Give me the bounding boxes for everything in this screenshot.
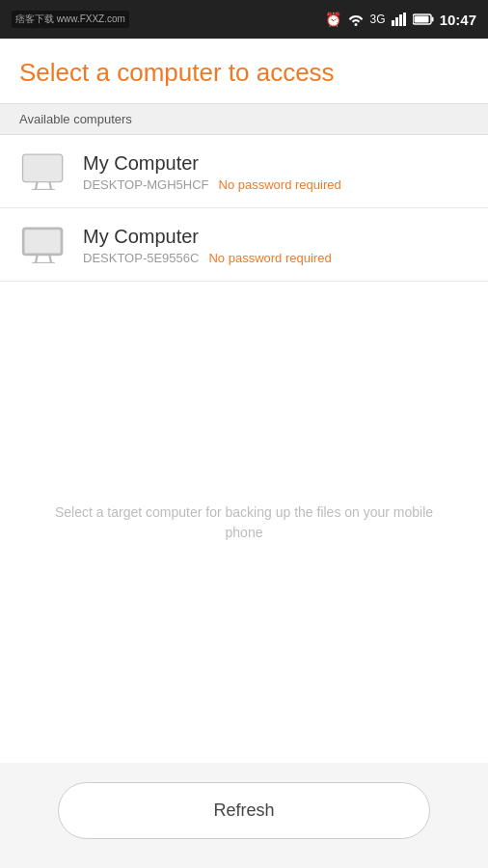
time-display: 10:47 <box>440 12 476 28</box>
bottom-section: Refresh <box>0 763 488 868</box>
no-password-2: No password required <box>208 251 331 265</box>
svg-rect-1 <box>395 17 398 26</box>
computer-host-1: DESKTOP-MGH5HCF <box>83 177 209 192</box>
computer-info-2: My Computer DESKTOP-5E9556C No password … <box>83 224 469 265</box>
svg-rect-2 <box>399 14 402 26</box>
battery-icon <box>413 14 434 25</box>
watermark-text: 痞客下载 www.FXXZ.com <box>12 11 129 28</box>
computer-name-2: My Computer <box>83 224 469 249</box>
computer-icon-1 <box>19 152 68 191</box>
computer-item-2[interactable]: My Computer DESKTOP-5E9556C No password … <box>0 208 488 282</box>
signal-bars-icon <box>392 13 407 26</box>
svg-rect-0 <box>392 20 394 26</box>
section-header: Available computers <box>0 104 488 135</box>
svg-rect-5 <box>431 17 433 22</box>
svg-rect-6 <box>414 16 428 23</box>
computer-host-2: DESKTOP-5E9556C <box>83 251 199 265</box>
page-title: Select a computer to access <box>0 39 488 103</box>
wifi-icon <box>347 13 365 26</box>
computer-details-1: DESKTOP-MGH5HCF No password required <box>83 177 469 192</box>
status-bar: 痞客下载 www.FXXZ.com ⏰ 3G 10:47 <box>0 0 488 39</box>
computer-name-1: My Computer <box>83 150 469 176</box>
computer-icon-2 <box>19 226 68 264</box>
monitor-svg-2 <box>21 227 66 263</box>
svg-rect-3 <box>403 13 406 26</box>
status-bar-right: ⏰ 3G 10:47 <box>325 12 476 28</box>
svg-rect-8 <box>23 154 62 180</box>
mobile-signal: 3G <box>370 13 386 26</box>
computer-item-1[interactable]: My Computer DESKTOP-MGH5HCF No password … <box>0 135 488 208</box>
empty-area: Select a target computer for backing up … <box>0 282 488 763</box>
computer-details-2: DESKTOP-5E9556C No password required <box>83 251 469 265</box>
svg-line-14 <box>36 255 38 263</box>
no-password-1: No password required <box>219 177 341 192</box>
status-bar-left: 痞客下载 www.FXXZ.com <box>12 11 129 28</box>
main-content: Select a computer to access Available co… <box>0 39 488 868</box>
computer-info-1: My Computer DESKTOP-MGH5HCF No password … <box>83 150 469 192</box>
monitor-svg-1 <box>21 153 66 190</box>
hint-text: Select a target computer for backing up … <box>39 502 449 543</box>
svg-rect-12 <box>23 228 62 254</box>
refresh-button[interactable]: Refresh <box>58 782 430 839</box>
alarm-icon: ⏰ <box>325 12 341 27</box>
computer-list: My Computer DESKTOP-MGH5HCF No password … <box>0 135 488 282</box>
svg-line-15 <box>49 255 51 263</box>
